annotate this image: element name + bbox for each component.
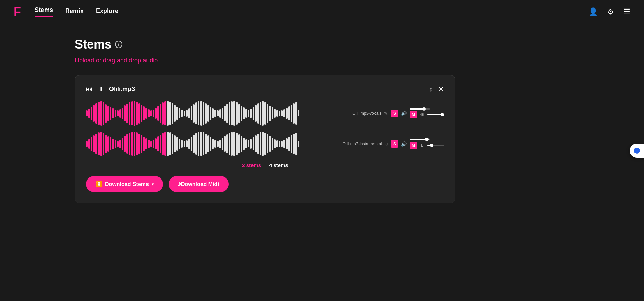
- navbar: F Stems Remix Explore 👤 ⚙ ☰: [0, 0, 644, 24]
- buttons-row: ⏬ Download Stems ▾ 𝅘𝅥𝅮 Download Midi: [86, 176, 444, 192]
- stems-option-4[interactable]: 4 stems: [269, 162, 288, 168]
- upload-hint[interactable]: Upload or drag and drop audio.: [75, 57, 569, 64]
- page-title: Stems i: [75, 37, 569, 52]
- volume-icon-vocals: 🔊: [401, 111, 407, 116]
- settings-icon[interactable]: ⚙: [607, 7, 614, 16]
- filename: Olili.mp3: [109, 86, 135, 93]
- info-icon[interactable]: i: [115, 41, 122, 48]
- slider-group-vocals: M 46: [410, 108, 444, 118]
- track-name-instrumental: Olili.mp3-instrumental: [341, 142, 382, 146]
- volume-slider-instrumental[interactable]: [410, 139, 430, 140]
- nav-link-remix[interactable]: Remix: [65, 7, 84, 17]
- player-header: ⏮ ⏸ Olili.mp3 ↕ ✕: [86, 85, 444, 93]
- float-dot: [634, 148, 640, 154]
- track-row-instrumental: Olili.mp3-instrumental ♫ S 🔊 M L: [86, 132, 444, 156]
- slider-group-instrumental: M L: [410, 139, 444, 149]
- nav-link-stems[interactable]: Stems: [35, 6, 53, 17]
- download-stems-icon: ⏬: [95, 181, 102, 187]
- pause-icon[interactable]: ⏸: [98, 85, 104, 93]
- pan-slider-instrumental[interactable]: [427, 145, 444, 146]
- volume-icon-instrumental: 🔊: [401, 141, 407, 147]
- vol-number-instrumental: L: [418, 143, 426, 148]
- menu-icon[interactable]: ☰: [624, 7, 630, 16]
- pan-slider-vocals[interactable]: [427, 114, 444, 115]
- player-header-right: ↕ ✕: [429, 85, 444, 93]
- download-midi-button[interactable]: 𝅘𝅥𝅮 Download Midi: [169, 176, 229, 192]
- skip-back-icon[interactable]: ⏮: [86, 85, 93, 93]
- page-content: Stems i Upload or drag and drop audio. ⏮…: [0, 24, 644, 217]
- download-stems-button[interactable]: ⏬ Download Stems ▾: [86, 176, 163, 192]
- player-card: ⏮ ⏸ Olili.mp3 ↕ ✕ Olili.mp3-vocals ✎ S 🔊: [75, 75, 455, 203]
- m-badge-instrumental[interactable]: M: [410, 142, 417, 149]
- s-badge-instrumental[interactable]: S: [391, 140, 398, 148]
- stems-selector: 2 stems 4 stems: [86, 162, 444, 168]
- m-badge-vocals[interactable]: M: [410, 111, 417, 118]
- s-badge-vocals[interactable]: S: [391, 110, 398, 117]
- track-controls-vocals: Olili.mp3-vocals ✎ S 🔊 M 46: [341, 108, 444, 118]
- nav-link-explore[interactable]: Explore: [96, 7, 118, 17]
- edit-icon-vocals[interactable]: ✎: [384, 111, 388, 116]
- user-icon[interactable]: 👤: [589, 7, 598, 16]
- nav-links: Stems Remix Explore: [35, 6, 118, 17]
- chevron-down-icon: ▾: [152, 182, 154, 187]
- player-controls: ⏮ ⏸ Olili.mp3: [86, 85, 135, 93]
- track-controls-instrumental: Olili.mp3-instrumental ♫ S 🔊 M L: [341, 139, 445, 149]
- float-circle[interactable]: [630, 144, 644, 158]
- track-row-vocals: Olili.mp3-vocals ✎ S 🔊 M 46: [86, 101, 444, 126]
- track-name-vocals: Olili.mp3-vocals: [341, 111, 381, 116]
- volume-slider-vocals[interactable]: [410, 108, 430, 110]
- logo[interactable]: F: [14, 5, 21, 19]
- close-icon[interactable]: ✕: [438, 85, 444, 93]
- vol-number-vocals: 46: [418, 112, 426, 117]
- nav-right: 👤 ⚙ ☰: [589, 7, 630, 16]
- stems-option-2[interactable]: 2 stems: [242, 162, 261, 168]
- waveform-vocals: [86, 101, 335, 126]
- waveform-instrumental: [86, 132, 336, 156]
- expand-icon[interactable]: ↕: [429, 85, 432, 93]
- edit-icon-instrumental[interactable]: ♫: [385, 141, 388, 147]
